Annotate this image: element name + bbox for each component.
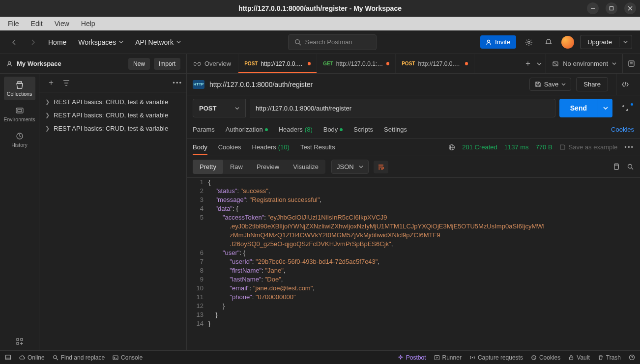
tree-more[interactable]: ••• [173,79,182,86]
play-icon [434,355,440,361]
tab-body[interactable]: Body [323,126,343,133]
expand-icon[interactable] [616,104,634,112]
overview-tab[interactable]: Overview [187,54,238,73]
trash-icon [598,355,604,361]
filter-icon[interactable] [63,80,70,86]
save-as-example[interactable]: Save as example [559,143,618,151]
window-minimize[interactable] [587,2,599,14]
view-raw[interactable]: Raw [223,160,250,174]
env-quick-look[interactable] [622,54,640,73]
sb-help[interactable] [629,354,635,361]
new-tab[interactable]: ＋ [524,58,532,69]
upgrade-button[interactable]: Upgrade [581,35,619,49]
chevron-down-icon [612,61,616,66]
tab-settings[interactable]: Settings [384,126,407,133]
menu-view[interactable]: View [50,18,74,29]
url-input[interactable]: http://127.0.0.1:8000/auth/register [250,99,555,117]
wrap-lines-toggle[interactable] [374,161,388,173]
view-preview[interactable]: Preview [250,160,286,174]
rail-environments[interactable]: Environments [4,102,35,126]
svg-point-34 [532,355,536,359]
tab-request-3[interactable]: POST http://127.0.0.1:8000 [396,54,474,73]
upgrade-caret[interactable] [619,37,632,47]
svg-rect-10 [16,108,23,113]
import-button[interactable]: Import [154,58,180,70]
invite-button[interactable]: Invite [480,35,516,49]
format-dropdown[interactable]: JSON [331,160,369,174]
share-button[interactable]: Share [576,77,608,91]
response-time: 1137 ms [504,143,529,151]
rail-configure[interactable] [4,333,35,350]
home-link[interactable]: Home [45,36,69,48]
sb-postbot[interactable]: Postbot [398,354,426,361]
sb-find-replace[interactable]: Find and replace [53,354,105,361]
view-pretty[interactable]: Pretty [193,160,223,174]
save-button[interactable]: Save [529,78,572,91]
tab-request-2[interactable]: GET http://127.0.0.1:8000/ [317,54,396,73]
collection-item[interactable]: ❯REST API basics: CRUD, test & variable [39,109,186,122]
sb-console[interactable]: Console [113,354,143,361]
sb-runner[interactable]: Runner [434,354,462,361]
svg-rect-24 [614,165,618,169]
search-input[interactable]: Search Postman [288,34,377,50]
method-selector[interactable]: POST [193,99,246,117]
api-network-dropdown[interactable]: API Network [132,36,184,48]
settings-icon[interactable] [522,35,536,49]
window-close[interactable] [624,2,636,14]
tab-scripts[interactable]: Scripts [353,126,373,133]
search-response[interactable] [627,163,634,170]
svg-line-17 [553,62,557,65]
collection-item[interactable]: ❯REST API basics: CRUD, test & variable [39,122,186,135]
tab-headers[interactable]: Headers (8) [279,126,313,133]
svg-rect-11 [18,110,22,112]
response-tab-body[interactable]: Body [193,143,207,151]
response-tab-headers[interactable]: Headers (10) [252,143,290,151]
code-panel-icon[interactable] [616,74,634,95]
user-avatar[interactable] [561,36,574,49]
send-button[interactable]: Send [559,99,598,117]
rail-history[interactable]: History [4,128,35,151]
add-collection[interactable]: ＋ [43,76,59,90]
view-visualize[interactable]: Visualize [286,160,325,174]
menu-file[interactable]: File [3,18,24,29]
tab-request-1[interactable]: POST http://127.0.0.1:8000 [238,54,317,73]
svg-point-33 [472,357,473,358]
nav-forward[interactable] [27,37,39,48]
notifications-icon[interactable] [542,35,555,49]
cookies-link[interactable]: Cookies [611,126,634,133]
globe-icon[interactable] [448,144,455,151]
response-tab-cookies[interactable]: Cookies [218,143,241,151]
copy-response[interactable] [612,163,620,170]
unsaved-dot [465,62,468,65]
menu-edit[interactable]: Edit [26,18,48,29]
nav-back[interactable] [8,37,21,48]
response-more[interactable]: ••• [624,143,634,151]
tab-params[interactable]: Params [193,126,215,133]
tab-authorization[interactable]: Authorization [226,126,268,133]
response-body[interactable]: 1{2 "status": "success",3 "message": "Re… [187,178,640,350]
sb-online[interactable]: Online [19,354,45,361]
window-maximize[interactable] [606,2,617,14]
app-menubar: File Edit View Help [0,17,640,30]
svg-point-35 [533,357,533,357]
response-tab-tests[interactable]: Test Results [300,143,335,151]
cookie-icon [531,355,537,361]
environment-selector[interactable]: No environment [546,54,622,73]
workspaces-dropdown[interactable]: Workspaces [75,36,126,48]
sb-capture[interactable]: Capture requests [469,354,523,361]
sb-vault[interactable]: Vault [568,354,589,361]
collection-item[interactable]: ❯REST API basics: CRUD, test & variable [39,95,186,109]
sb-cookies[interactable]: Cookies [531,354,560,361]
new-button[interactable]: New [128,58,150,70]
svg-rect-9 [18,82,22,83]
collections-tree: ❯REST API basics: CRUD, test & variable … [39,92,186,138]
unsaved-dot [308,62,311,65]
tabs-menu[interactable] [537,61,542,66]
sb-panel-icon[interactable] [5,354,11,361]
rail-collections[interactable]: Collections [4,77,35,100]
menu-help[interactable]: Help [76,18,100,29]
sb-trash[interactable]: Trash [598,354,621,361]
workspace-title[interactable]: My Workspace [17,60,124,67]
environments-icon [15,106,24,115]
send-caret[interactable] [598,99,612,117]
